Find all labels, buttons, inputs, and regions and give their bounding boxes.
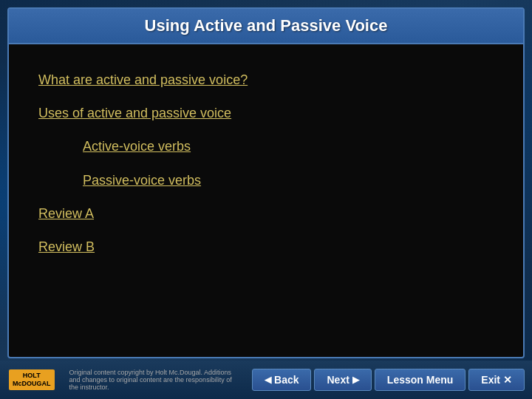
page-title: Using Active and Passive Voice xyxy=(24,16,508,35)
exit-x-icon: ✕ xyxy=(503,374,512,386)
menu-item-item6[interactable]: Review B xyxy=(38,233,494,261)
nav-buttons: ◀ Back Next ▶ Lesson Menu Exit ✕ xyxy=(245,369,532,391)
logo-box: HOLT McDOUGAL xyxy=(9,369,55,390)
content-area: What are active and passive voice?Uses o… xyxy=(9,44,523,357)
copyright: Original content copyright by Holt Mc.Do… xyxy=(64,369,245,391)
menu-item-item4[interactable]: Passive-voice verbs xyxy=(38,167,494,194)
next-arrow-icon: ▶ xyxy=(352,375,359,385)
menu-item-item5[interactable]: Review A xyxy=(38,200,494,228)
lesson-menu-button[interactable]: Lesson Menu xyxy=(375,369,466,391)
exit-button[interactable]: Exit ✕ xyxy=(468,369,525,391)
back-arrow-icon: ◀ xyxy=(265,375,271,385)
menu-item-item1[interactable]: What are active and passive voice? xyxy=(38,66,494,94)
next-button[interactable]: Next ▶ xyxy=(314,369,371,391)
main-panel: Using Active and Passive Voice What are … xyxy=(7,7,525,358)
back-button[interactable]: ◀ Back xyxy=(252,369,311,391)
menu-item-item3[interactable]: Active-voice verbs xyxy=(38,133,494,160)
menu-item-item2[interactable]: Uses of active and passive voice xyxy=(38,100,494,127)
bottom-bar: HOLT McDOUGAL Original content copyright… xyxy=(0,361,532,399)
holt-logo: HOLT McDOUGAL xyxy=(0,369,64,390)
title-bar: Using Active and Passive Voice xyxy=(9,9,523,44)
